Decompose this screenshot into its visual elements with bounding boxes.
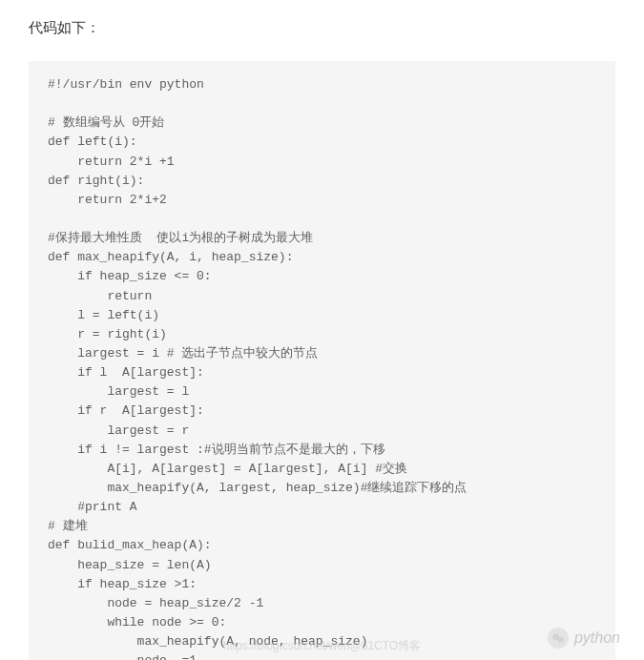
watermark-right: python: [548, 628, 620, 649]
watermark-right-text: python: [574, 629, 620, 647]
wechat-icon: [548, 628, 569, 649]
document-container: 代码如下： #!/usr/bin env python # 数组编号从 0开始 …: [0, 0, 644, 660]
watermark-center: https://blog.csdn.net/wen@51CTO博客: [223, 638, 421, 654]
svg-point-1: [558, 637, 564, 643]
code-block: #!/usr/bin env python # 数组编号从 0开始 def le…: [29, 61, 615, 660]
intro-heading: 代码如下：: [29, 19, 615, 37]
